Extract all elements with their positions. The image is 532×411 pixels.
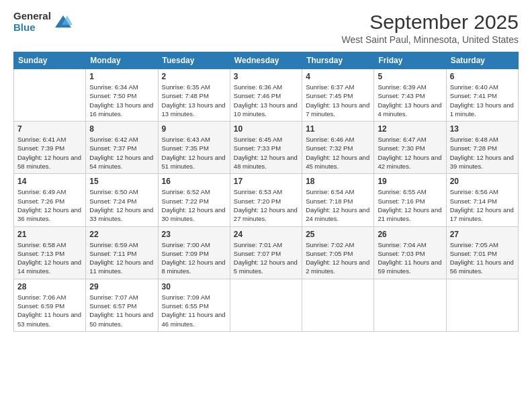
day-info: Sunrise: 6:47 AMSunset: 7:30 PMDaylight:… xyxy=(378,135,442,171)
calendar-cell: 1Sunrise: 6:34 AMSunset: 7:50 PMDaylight… xyxy=(86,69,158,122)
calendar-cell: 3Sunrise: 6:36 AMSunset: 7:46 PMDaylight… xyxy=(230,69,302,122)
calendar-cell: 18Sunrise: 6:54 AMSunset: 7:18 PMDayligh… xyxy=(302,174,374,226)
day-number: 19 xyxy=(378,177,442,186)
day-number: 18 xyxy=(306,177,370,186)
day-number: 1 xyxy=(89,72,154,81)
logo-text: General Blue xyxy=(13,11,51,33)
weekday-header-friday: Friday xyxy=(374,52,446,69)
day-info: Sunrise: 6:56 AMSunset: 7:14 PMDaylight:… xyxy=(450,187,515,223)
day-number: 26 xyxy=(378,230,442,239)
calendar-cell: 6Sunrise: 6:40 AMSunset: 7:41 PMDaylight… xyxy=(446,69,518,122)
calendar-cell: 16Sunrise: 6:52 AMSunset: 7:22 PMDayligh… xyxy=(158,174,230,226)
day-info: Sunrise: 6:55 AMSunset: 7:16 PMDaylight:… xyxy=(378,187,442,223)
day-info: Sunrise: 6:59 AMSunset: 7:11 PMDaylight:… xyxy=(89,240,154,276)
day-number: 30 xyxy=(162,282,226,291)
logo-general: General xyxy=(13,11,51,22)
day-number: 25 xyxy=(306,230,370,239)
day-info: Sunrise: 6:43 AMSunset: 7:35 PMDaylight:… xyxy=(162,135,226,171)
calendar-table: SundayMondayTuesdayWednesdayThursdayFrid… xyxy=(13,52,519,332)
calendar-cell: 7Sunrise: 6:41 AMSunset: 7:39 PMDaylight… xyxy=(14,122,86,174)
calendar-cell: 9Sunrise: 6:43 AMSunset: 7:35 PMDaylight… xyxy=(158,122,230,174)
header: General Blue September 2025 West Saint P… xyxy=(13,11,519,45)
day-number: 21 xyxy=(17,230,82,239)
calendar-cell: 5Sunrise: 6:39 AMSunset: 7:43 PMDaylight… xyxy=(374,69,446,122)
day-number: 22 xyxy=(89,230,154,239)
day-info: Sunrise: 6:58 AMSunset: 7:13 PMDaylight:… xyxy=(17,240,82,276)
calendar-week-4: 21Sunrise: 6:58 AMSunset: 7:13 PMDayligh… xyxy=(14,226,519,279)
day-info: Sunrise: 6:39 AMSunset: 7:43 PMDaylight:… xyxy=(378,83,442,118)
calendar-cell: 19Sunrise: 6:55 AMSunset: 7:16 PMDayligh… xyxy=(374,174,446,226)
weekday-header-saturday: Saturday xyxy=(446,52,518,69)
day-info: Sunrise: 7:02 AMSunset: 7:05 PMDaylight:… xyxy=(306,240,370,276)
calendar-cell: 17Sunrise: 6:53 AMSunset: 7:20 PMDayligh… xyxy=(230,174,302,226)
calendar-cell: 28Sunrise: 7:06 AMSunset: 6:59 PMDayligh… xyxy=(14,279,86,331)
day-info: Sunrise: 7:04 AMSunset: 7:03 PMDaylight:… xyxy=(378,240,442,276)
day-number: 29 xyxy=(89,282,154,291)
day-info: Sunrise: 6:53 AMSunset: 7:20 PMDaylight:… xyxy=(234,187,298,223)
day-number: 10 xyxy=(234,124,298,134)
day-number: 16 xyxy=(162,177,226,186)
calendar-cell: 27Sunrise: 7:05 AMSunset: 7:01 PMDayligh… xyxy=(446,226,518,279)
day-info: Sunrise: 7:01 AMSunset: 7:07 PMDaylight:… xyxy=(234,240,298,276)
day-number: 20 xyxy=(450,177,515,186)
calendar-cell: 21Sunrise: 6:58 AMSunset: 7:13 PMDayligh… xyxy=(14,226,86,279)
calendar-cell: 8Sunrise: 6:42 AMSunset: 7:37 PMDaylight… xyxy=(86,122,158,174)
calendar-week-5: 28Sunrise: 7:06 AMSunset: 6:59 PMDayligh… xyxy=(14,279,519,331)
calendar-cell: 25Sunrise: 7:02 AMSunset: 7:05 PMDayligh… xyxy=(302,226,374,279)
day-number: 17 xyxy=(234,177,298,186)
logo-icon xyxy=(54,13,73,32)
calendar-cell: 20Sunrise: 6:56 AMSunset: 7:14 PMDayligh… xyxy=(446,174,518,226)
day-info: Sunrise: 6:41 AMSunset: 7:39 PMDaylight:… xyxy=(17,135,82,171)
weekday-header-monday: Monday xyxy=(86,52,158,69)
day-info: Sunrise: 6:36 AMSunset: 7:46 PMDaylight:… xyxy=(234,83,298,118)
calendar-cell: 15Sunrise: 6:50 AMSunset: 7:24 PMDayligh… xyxy=(86,174,158,226)
day-info: Sunrise: 6:54 AMSunset: 7:18 PMDaylight:… xyxy=(306,187,370,223)
day-info: Sunrise: 6:48 AMSunset: 7:28 PMDaylight:… xyxy=(450,135,515,171)
calendar-cell: 2Sunrise: 6:35 AMSunset: 7:48 PMDaylight… xyxy=(158,69,230,122)
calendar-cell: 22Sunrise: 6:59 AMSunset: 7:11 PMDayligh… xyxy=(86,226,158,279)
weekday-header-thursday: Thursday xyxy=(302,52,374,69)
calendar-cell: 24Sunrise: 7:01 AMSunset: 7:07 PMDayligh… xyxy=(230,226,302,279)
weekday-header-tuesday: Tuesday xyxy=(158,52,230,69)
calendar-cell: 14Sunrise: 6:49 AMSunset: 7:26 PMDayligh… xyxy=(14,174,86,226)
calendar-cell: 30Sunrise: 7:09 AMSunset: 6:55 PMDayligh… xyxy=(158,279,230,331)
day-number: 11 xyxy=(306,124,370,134)
calendar-cell xyxy=(302,279,374,331)
day-info: Sunrise: 6:50 AMSunset: 7:24 PMDaylight:… xyxy=(89,187,154,223)
day-info: Sunrise: 7:07 AMSunset: 6:57 PMDaylight:… xyxy=(89,293,154,328)
month-title: September 2025 xyxy=(341,11,519,33)
calendar-cell xyxy=(14,69,86,122)
day-info: Sunrise: 6:34 AMSunset: 7:50 PMDaylight:… xyxy=(89,83,154,118)
day-info: Sunrise: 6:37 AMSunset: 7:45 PMDaylight:… xyxy=(306,83,370,118)
day-info: Sunrise: 7:05 AMSunset: 7:01 PMDaylight:… xyxy=(450,240,515,276)
day-info: Sunrise: 6:49 AMSunset: 7:26 PMDaylight:… xyxy=(17,187,82,223)
day-number: 3 xyxy=(234,72,298,81)
day-number: 2 xyxy=(162,72,226,81)
calendar-cell: 12Sunrise: 6:47 AMSunset: 7:30 PMDayligh… xyxy=(374,122,446,174)
day-info: Sunrise: 6:42 AMSunset: 7:37 PMDaylight:… xyxy=(89,135,154,171)
day-number: 14 xyxy=(17,177,82,186)
calendar-cell: 23Sunrise: 7:00 AMSunset: 7:09 PMDayligh… xyxy=(158,226,230,279)
day-number: 4 xyxy=(306,72,370,81)
calendar-cell: 29Sunrise: 7:07 AMSunset: 6:57 PMDayligh… xyxy=(86,279,158,331)
logo: General Blue xyxy=(13,11,73,33)
day-number: 12 xyxy=(378,124,442,134)
day-number: 23 xyxy=(162,230,226,239)
calendar-cell xyxy=(230,279,302,331)
day-number: 7 xyxy=(17,124,82,134)
day-number: 8 xyxy=(89,124,154,134)
calendar-week-3: 14Sunrise: 6:49 AMSunset: 7:26 PMDayligh… xyxy=(14,174,519,226)
day-number: 27 xyxy=(450,230,515,239)
calendar-cell: 13Sunrise: 6:48 AMSunset: 7:28 PMDayligh… xyxy=(446,122,518,174)
day-number: 28 xyxy=(17,282,82,291)
calendar-cell: 4Sunrise: 6:37 AMSunset: 7:45 PMDaylight… xyxy=(302,69,374,122)
day-info: Sunrise: 6:35 AMSunset: 7:48 PMDaylight:… xyxy=(162,83,226,118)
calendar-cell: 11Sunrise: 6:46 AMSunset: 7:32 PMDayligh… xyxy=(302,122,374,174)
weekday-header-sunday: Sunday xyxy=(14,52,86,69)
day-number: 13 xyxy=(450,124,515,134)
day-number: 15 xyxy=(89,177,154,186)
day-info: Sunrise: 7:00 AMSunset: 7:09 PMDaylight:… xyxy=(162,240,226,276)
calendar-cell: 10Sunrise: 6:45 AMSunset: 7:33 PMDayligh… xyxy=(230,122,302,174)
day-info: Sunrise: 6:40 AMSunset: 7:41 PMDaylight:… xyxy=(450,83,515,118)
calendar-cell xyxy=(446,279,518,331)
